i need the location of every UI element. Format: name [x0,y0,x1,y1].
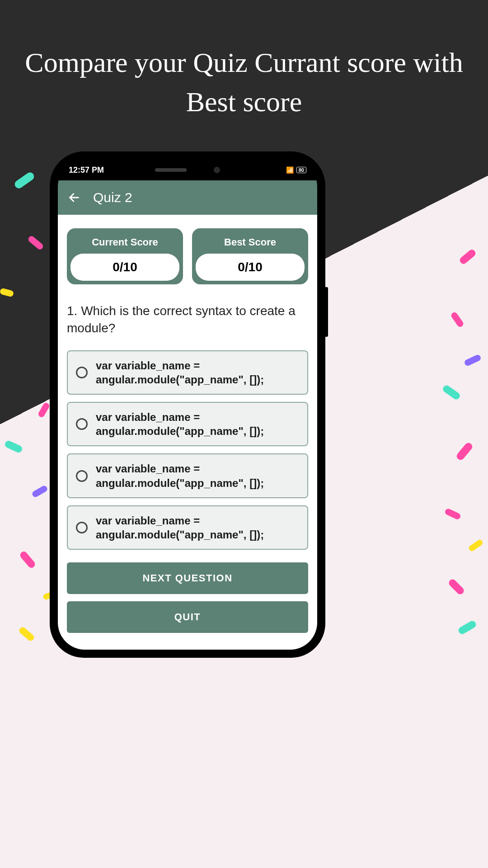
best-score-card: Best Score 0/10 [192,228,308,284]
radio-icon [76,418,88,430]
current-score-card: Current Score 0/10 [67,228,183,284]
next-question-button[interactable]: NEXT QUESTION [67,562,308,594]
option-text: var variable_name = angular.module("app_… [96,410,299,438]
answer-option[interactable]: var variable_name = angular.module("app_… [67,505,308,550]
radio-icon [76,470,88,482]
best-score-value: 0/10 [196,254,305,281]
best-score-label: Best Score [196,232,305,254]
battery-icon: 80 [296,167,306,173]
promo-headline: Compare your Quiz Currant score with Bes… [0,43,488,122]
quiz-content: Current Score 0/10 Best Score 0/10 1. Wh… [58,215,317,650]
option-text: var variable_name = angular.module("app_… [96,514,299,542]
radio-icon [76,367,88,378]
phone-side-button [325,287,328,337]
option-text: var variable_name = angular.module("app_… [96,462,299,490]
answer-option[interactable]: var variable_name = angular.module("app_… [67,402,308,446]
answer-option[interactable]: var variable_name = angular.module("app_… [67,350,308,395]
option-text: var variable_name = angular.module("app_… [96,359,299,387]
current-score-value: 0/10 [70,254,179,281]
app-title: Quiz 2 [93,190,132,205]
back-arrow-icon[interactable] [68,191,80,204]
question-text: 1. Which is the correct syntax to create… [67,302,308,337]
answer-option[interactable]: var variable_name = angular.module("app_… [67,453,308,498]
phone-notch [122,160,253,180]
current-score-label: Current Score [70,232,179,254]
phone-frame: 12:57 PM 📶 80 Quiz 2 Current Score 0/10 … [50,151,325,658]
app-bar: Quiz 2 [58,180,317,215]
quit-button[interactable]: QUIT [67,601,308,633]
signal-icon: 📶 [286,166,294,174]
status-time: 12:57 PM [69,165,104,175]
radio-icon [76,522,88,533]
